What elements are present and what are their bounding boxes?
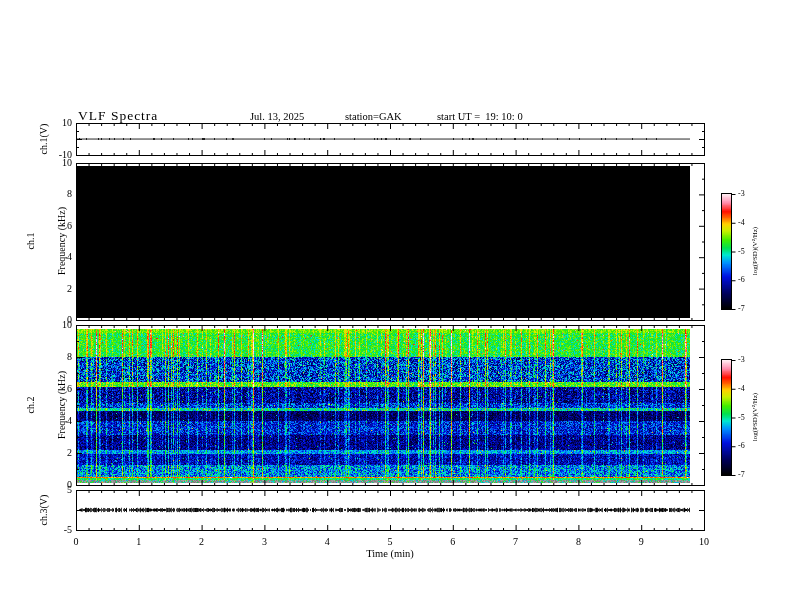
tick-label: 6 (67, 221, 72, 231)
tick-label: 1 (136, 537, 141, 547)
tick-label: 7 (513, 537, 518, 547)
ch2-frequency-axis-label: ch.2 Frequency (kHz) (5, 371, 87, 439)
colorbar-tick-label: -4 (738, 219, 745, 227)
colorbar2-axis-label: log(PSD)(V²/Hz) (752, 393, 759, 441)
tick-label: 10 (62, 320, 72, 330)
tick-label: 9 (639, 537, 644, 547)
colorbar-tick-label: -6 (738, 442, 745, 450)
colorbar-tick-label: -6 (738, 276, 745, 284)
tick-label: 4 (325, 537, 330, 547)
x-axis-title: Time (min) (366, 549, 414, 560)
tick-label: 10 (699, 537, 709, 547)
tick-label: 8 (67, 352, 72, 362)
colorbar-tick-label: -5 (738, 414, 745, 422)
colorbar-tick-label: -5 (738, 248, 745, 256)
tick-label: 6 (67, 384, 72, 394)
tick-label: 4 (67, 416, 72, 426)
ch1-frequency-axis-label: ch.1 Frequency (kHz) (5, 207, 87, 275)
tick-label: 2 (67, 284, 72, 294)
tick-label: -5 (64, 525, 72, 535)
ch2-axis-channel-label: ch.2 (25, 371, 36, 439)
colorbar1-axis-label: log(PSD)(V²/Hz) (752, 227, 759, 275)
colorbar-tick-label: -4 (738, 385, 745, 393)
tick-label: 8 (576, 537, 581, 547)
plot-station: station=GAK (345, 112, 402, 123)
ch3-voltage-axis-label: ch.3(V) (39, 495, 49, 526)
tick-label: 3 (262, 537, 267, 547)
plot-start-ut: start UT = 19: 10: 0 (437, 112, 523, 123)
tick-label: 10 (62, 158, 72, 168)
tick-label: 10 (62, 118, 72, 128)
spectra-plot-canvas (0, 0, 792, 612)
tick-label: 8 (67, 189, 72, 199)
colorbar-tick-label: -7 (738, 471, 745, 479)
vlf-spectra-figure: VLF Spectra Jul. 13, 2025 station=GAK st… (0, 0, 792, 612)
tick-label: 2 (67, 448, 72, 458)
tick-label: 0 (74, 537, 79, 547)
ch2-axis-quantity-label: Frequency (kHz) (56, 371, 67, 439)
plot-date: Jul. 13, 2025 (250, 112, 304, 123)
ch1-axis-quantity-label: Frequency (kHz) (56, 207, 67, 275)
tick-label: 2 (199, 537, 204, 547)
tick-label: 4 (67, 252, 72, 262)
colorbar-tick-label: -3 (738, 356, 745, 364)
tick-label: 5 (67, 485, 72, 495)
plot-title: VLF Spectra (78, 109, 158, 123)
tick-label: 5 (388, 537, 393, 547)
colorbar-tick-label: -3 (738, 190, 745, 198)
ch1-voltage-axis-label: ch.1(V) (39, 124, 49, 155)
ch1-axis-channel-label: ch.1 (25, 207, 36, 275)
tick-label: 6 (450, 537, 455, 547)
colorbar-tick-label: -7 (738, 305, 745, 313)
